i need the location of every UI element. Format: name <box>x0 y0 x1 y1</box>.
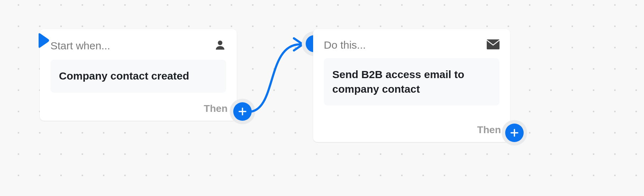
svg-rect-3 <box>487 39 500 49</box>
then-label: Then <box>204 103 228 114</box>
trigger-start-indicator <box>38 33 50 50</box>
envelope-icon <box>487 39 500 51</box>
add-step-button[interactable] <box>230 99 255 124</box>
plus-icon <box>505 124 524 142</box>
trigger-title: Start when... <box>50 40 110 52</box>
action-footer: Then <box>477 124 501 136</box>
person-icon <box>214 39 226 53</box>
trigger-node[interactable]: Start when... Company contact created Th… <box>40 29 237 121</box>
then-label: Then <box>477 124 501 136</box>
trigger-header: Start when... <box>50 39 226 53</box>
action-description[interactable]: Send B2B access email to company contact <box>324 58 500 105</box>
action-node[interactable]: Do this... Send B2B access email to comp… <box>313 29 510 142</box>
trigger-footer: Then <box>204 103 228 114</box>
svg-point-0 <box>218 40 223 45</box>
plus-icon <box>233 102 252 121</box>
add-step-button[interactable] <box>502 120 527 146</box>
action-header: Do this... <box>324 39 500 51</box>
action-title: Do this... <box>324 39 366 51</box>
trigger-condition[interactable]: Company contact created <box>50 60 226 93</box>
workflow-canvas[interactable]: Start when... Company contact created Th… <box>0 0 644 196</box>
